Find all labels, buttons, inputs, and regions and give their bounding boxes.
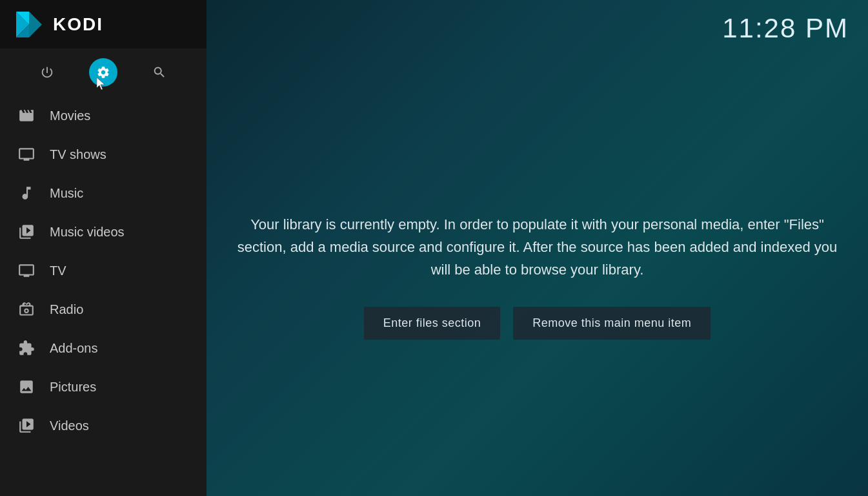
- top-bar: 11:28 PM: [207, 0, 868, 57]
- sidebar-item-add-ons-label: Add-ons: [50, 341, 98, 356]
- sidebar-item-music-videos-label: Music videos: [50, 225, 125, 240]
- sidebar-item-music[interactable]: Music: [0, 174, 207, 212]
- sidebar: KODI Movies: [0, 0, 207, 496]
- svg-marker-1: [29, 12, 42, 37]
- sidebar-item-pictures-label: Pictures: [50, 380, 96, 395]
- action-buttons: Enter files section Remove this main men…: [364, 307, 711, 340]
- movies-icon: [16, 105, 37, 126]
- sidebar-item-videos-label: Videos: [50, 418, 89, 433]
- sidebar-item-add-ons[interactable]: Add-ons: [0, 329, 207, 367]
- app-title: KODI: [53, 14, 103, 35]
- sidebar-item-tv[interactable]: TV: [0, 251, 207, 290]
- sidebar-item-radio[interactable]: Radio: [0, 290, 207, 329]
- kodi-logo: [13, 8, 45, 41]
- sidebar-item-movies-label: Movies: [50, 108, 90, 123]
- sidebar-top-icons: [0, 48, 207, 96]
- music-videos-icon: [16, 222, 37, 242]
- pictures-icon: [16, 377, 37, 397]
- sidebar-item-music-videos[interactable]: Music videos: [0, 212, 207, 251]
- sidebar-item-videos[interactable]: Videos: [0, 406, 207, 445]
- search-button[interactable]: [145, 58, 174, 87]
- sidebar-item-radio-label: Radio: [50, 302, 83, 317]
- radio-icon: [16, 299, 37, 320]
- sidebar-item-movies[interactable]: Movies: [0, 96, 207, 135]
- nav-items: Movies TV shows Music Music videos: [0, 96, 207, 496]
- sidebar-item-tv-label: TV: [50, 264, 66, 278]
- sidebar-item-tv-shows-label: TV shows: [50, 147, 106, 162]
- sidebar-item-music-label: Music: [50, 186, 83, 201]
- content-center: Your library is currently empty. In orde…: [207, 57, 868, 496]
- television-icon: [16, 260, 37, 281]
- videos-icon: [16, 415, 37, 436]
- clock-display: 11:28 PM: [722, 13, 849, 44]
- addons-icon: [16, 338, 37, 358]
- power-button[interactable]: [33, 58, 61, 87]
- svg-marker-4: [97, 78, 105, 90]
- main-content: 11:28 PM Your library is currently empty…: [207, 0, 868, 496]
- music-icon: [16, 183, 37, 203]
- enter-files-button[interactable]: Enter files section: [364, 307, 501, 340]
- tv-shows-icon: [16, 144, 37, 165]
- cursor-icon: [97, 78, 107, 90]
- sidebar-header: KODI: [0, 0, 207, 48]
- library-empty-message: Your library is currently empty. In orde…: [232, 213, 842, 282]
- settings-button[interactable]: [89, 58, 117, 87]
- remove-menu-item-button[interactable]: Remove this main menu item: [513, 307, 711, 340]
- sidebar-item-pictures[interactable]: Pictures: [0, 367, 207, 406]
- sidebar-item-tv-shows[interactable]: TV shows: [0, 135, 207, 174]
